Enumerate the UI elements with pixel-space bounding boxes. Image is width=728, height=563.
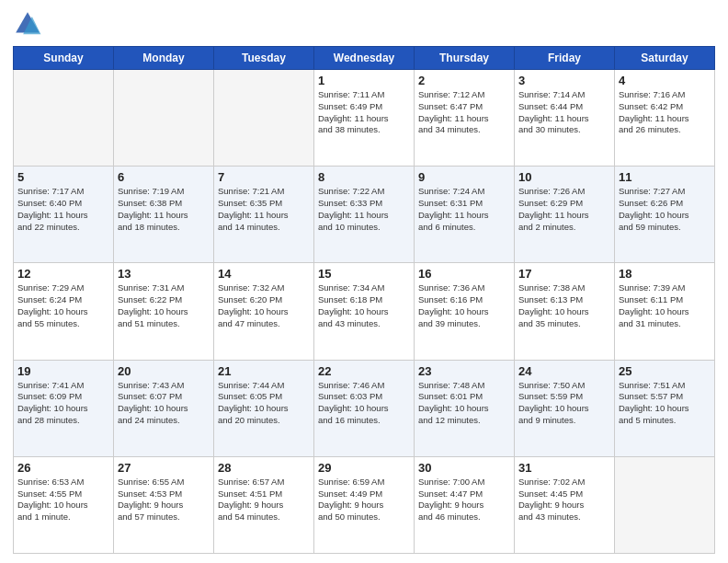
day-info: Sunrise: 7:34 AM Sunset: 6:18 PM Dayligh…: [318, 282, 410, 329]
day-number: 3: [518, 74, 610, 87]
day-info: Sunrise: 6:55 AM Sunset: 4:53 PM Dayligh…: [118, 477, 210, 523]
day-info: Sunrise: 7:44 AM Sunset: 6:05 PM Dayligh…: [218, 380, 310, 427]
day-number: 14: [218, 267, 310, 281]
day-number: 19: [17, 364, 109, 378]
calendar-day-cell: 12Sunrise: 7:29 AM Sunset: 6:24 PM Dayli…: [14, 263, 114, 360]
day-number: 25: [619, 364, 711, 378]
calendar-weekday-wednesday: Wednesday: [314, 47, 415, 70]
calendar-day-cell: 30Sunrise: 7:00 AM Sunset: 4:47 PM Dayli…: [415, 456, 515, 553]
calendar-weekday-saturday: Saturday: [615, 47, 715, 70]
day-number: 4: [619, 74, 711, 87]
day-number: 27: [118, 461, 210, 475]
day-info: Sunrise: 7:51 AM Sunset: 5:57 PM Dayligh…: [619, 380, 711, 427]
calendar-weekday-friday: Friday: [515, 47, 615, 70]
calendar-day-cell: 25Sunrise: 7:51 AM Sunset: 5:57 PM Dayli…: [615, 360, 715, 456]
day-info: Sunrise: 6:53 AM Sunset: 4:55 PM Dayligh…: [17, 477, 109, 523]
calendar-day-cell: [114, 70, 214, 167]
day-info: Sunrise: 7:21 AM Sunset: 6:35 PM Dayligh…: [218, 186, 310, 233]
day-info: Sunrise: 7:19 AM Sunset: 6:38 PM Dayligh…: [118, 186, 210, 233]
day-info: Sunrise: 7:38 AM Sunset: 6:13 PM Dayligh…: [518, 282, 610, 329]
day-info: Sunrise: 7:26 AM Sunset: 6:29 PM Dayligh…: [518, 186, 610, 233]
calendar-day-cell: 2Sunrise: 7:12 AM Sunset: 6:47 PM Daylig…: [415, 70, 515, 167]
calendar-weekday-thursday: Thursday: [415, 47, 515, 70]
day-info: Sunrise: 7:24 AM Sunset: 6:31 PM Dayligh…: [418, 186, 510, 233]
day-number: 11: [619, 170, 711, 184]
calendar-day-cell: 16Sunrise: 7:36 AM Sunset: 6:16 PM Dayli…: [415, 263, 515, 360]
day-info: Sunrise: 7:27 AM Sunset: 6:26 PM Dayligh…: [619, 186, 711, 233]
calendar-weekday-sunday: Sunday: [14, 47, 114, 70]
calendar-day-cell: 6Sunrise: 7:19 AM Sunset: 6:38 PM Daylig…: [114, 167, 214, 263]
day-number: 5: [17, 170, 109, 184]
day-info: Sunrise: 7:14 AM Sunset: 6:44 PM Dayligh…: [518, 89, 610, 136]
day-info: Sunrise: 7:31 AM Sunset: 6:22 PM Dayligh…: [118, 282, 210, 329]
calendar-day-cell: 22Sunrise: 7:46 AM Sunset: 6:03 PM Dayli…: [314, 360, 415, 456]
day-number: 12: [17, 267, 109, 281]
day-number: 2: [418, 74, 510, 87]
day-number: 9: [418, 170, 510, 184]
calendar-day-cell: 17Sunrise: 7:38 AM Sunset: 6:13 PM Dayli…: [515, 263, 615, 360]
calendar-day-cell: 31Sunrise: 7:02 AM Sunset: 4:45 PM Dayli…: [515, 456, 615, 553]
day-info: Sunrise: 7:02 AM Sunset: 4:45 PM Dayligh…: [518, 477, 610, 523]
day-number: 18: [619, 267, 711, 281]
day-number: 31: [518, 461, 610, 475]
page-header: [13, 9, 715, 39]
day-number: 6: [118, 170, 210, 184]
page-container: SundayMondayTuesdayWednesdayThursdayFrid…: [0, 0, 728, 563]
day-info: Sunrise: 7:32 AM Sunset: 6:20 PM Dayligh…: [218, 282, 310, 329]
calendar-week-row: 19Sunrise: 7:41 AM Sunset: 6:09 PM Dayli…: [14, 360, 715, 456]
calendar-day-cell: 15Sunrise: 7:34 AM Sunset: 6:18 PM Dayli…: [314, 263, 415, 360]
day-info: Sunrise: 7:11 AM Sunset: 6:49 PM Dayligh…: [318, 89, 410, 136]
logo: [13, 9, 44, 39]
day-number: 21: [218, 364, 310, 378]
day-number: 8: [318, 170, 410, 184]
calendar-day-cell: 27Sunrise: 6:55 AM Sunset: 4:53 PM Dayli…: [114, 456, 214, 553]
day-info: Sunrise: 7:50 AM Sunset: 5:59 PM Dayligh…: [518, 380, 610, 427]
day-number: 10: [518, 170, 610, 184]
calendar-week-row: 5Sunrise: 7:17 AM Sunset: 6:40 PM Daylig…: [14, 167, 715, 263]
calendar-day-cell: 21Sunrise: 7:44 AM Sunset: 6:05 PM Dayli…: [214, 360, 314, 456]
calendar-day-cell: [214, 70, 314, 167]
calendar-day-cell: 10Sunrise: 7:26 AM Sunset: 6:29 PM Dayli…: [515, 167, 615, 263]
day-number: 17: [518, 267, 610, 281]
day-number: 26: [17, 461, 109, 475]
day-number: 7: [218, 170, 310, 184]
day-info: Sunrise: 7:12 AM Sunset: 6:47 PM Dayligh…: [418, 89, 510, 136]
day-number: 23: [418, 364, 510, 378]
calendar-table: SundayMondayTuesdayWednesdayThursdayFrid…: [13, 46, 715, 554]
calendar-day-cell: 13Sunrise: 7:31 AM Sunset: 6:22 PM Dayli…: [114, 263, 214, 360]
day-number: 29: [318, 461, 410, 475]
calendar-week-row: 26Sunrise: 6:53 AM Sunset: 4:55 PM Dayli…: [14, 456, 715, 553]
calendar-day-cell: 8Sunrise: 7:22 AM Sunset: 6:33 PM Daylig…: [314, 167, 415, 263]
day-info: Sunrise: 6:57 AM Sunset: 4:51 PM Dayligh…: [218, 477, 310, 523]
day-number: 24: [518, 364, 610, 378]
calendar-day-cell: 1Sunrise: 7:11 AM Sunset: 6:49 PM Daylig…: [314, 70, 415, 167]
day-number: 20: [118, 364, 210, 378]
calendar-day-cell: 19Sunrise: 7:41 AM Sunset: 6:09 PM Dayli…: [14, 360, 114, 456]
day-info: Sunrise: 7:46 AM Sunset: 6:03 PM Dayligh…: [318, 380, 410, 427]
day-number: 13: [118, 267, 210, 281]
day-info: Sunrise: 7:16 AM Sunset: 6:42 PM Dayligh…: [619, 89, 711, 136]
calendar-weekday-tuesday: Tuesday: [214, 47, 314, 70]
day-number: 1: [318, 74, 410, 87]
calendar-day-cell: 5Sunrise: 7:17 AM Sunset: 6:40 PM Daylig…: [14, 167, 114, 263]
day-number: 28: [218, 461, 310, 475]
calendar-day-cell: 3Sunrise: 7:14 AM Sunset: 6:44 PM Daylig…: [515, 70, 615, 167]
calendar-day-cell: 26Sunrise: 6:53 AM Sunset: 4:55 PM Dayli…: [14, 456, 114, 553]
calendar-day-cell: 24Sunrise: 7:50 AM Sunset: 5:59 PM Dayli…: [515, 360, 615, 456]
day-info: Sunrise: 7:00 AM Sunset: 4:47 PM Dayligh…: [418, 477, 510, 523]
day-number: 22: [318, 364, 410, 378]
calendar-day-cell: [14, 70, 114, 167]
calendar-day-cell: 14Sunrise: 7:32 AM Sunset: 6:20 PM Dayli…: [214, 263, 314, 360]
day-info: Sunrise: 7:17 AM Sunset: 6:40 PM Dayligh…: [17, 186, 109, 233]
day-info: Sunrise: 7:36 AM Sunset: 6:16 PM Dayligh…: [418, 282, 510, 329]
calendar-day-cell: 7Sunrise: 7:21 AM Sunset: 6:35 PM Daylig…: [214, 167, 314, 263]
day-number: 30: [418, 461, 510, 475]
calendar-day-cell: 11Sunrise: 7:27 AM Sunset: 6:26 PM Dayli…: [615, 167, 715, 263]
day-number: 16: [418, 267, 510, 281]
calendar-week-row: 12Sunrise: 7:29 AM Sunset: 6:24 PM Dayli…: [14, 263, 715, 360]
day-info: Sunrise: 7:43 AM Sunset: 6:07 PM Dayligh…: [118, 380, 210, 427]
day-info: Sunrise: 7:39 AM Sunset: 6:11 PM Dayligh…: [619, 282, 711, 329]
calendar-week-row: 1Sunrise: 7:11 AM Sunset: 6:49 PM Daylig…: [14, 70, 715, 167]
day-info: Sunrise: 7:48 AM Sunset: 6:01 PM Dayligh…: [418, 380, 510, 427]
day-number: 15: [318, 267, 410, 281]
